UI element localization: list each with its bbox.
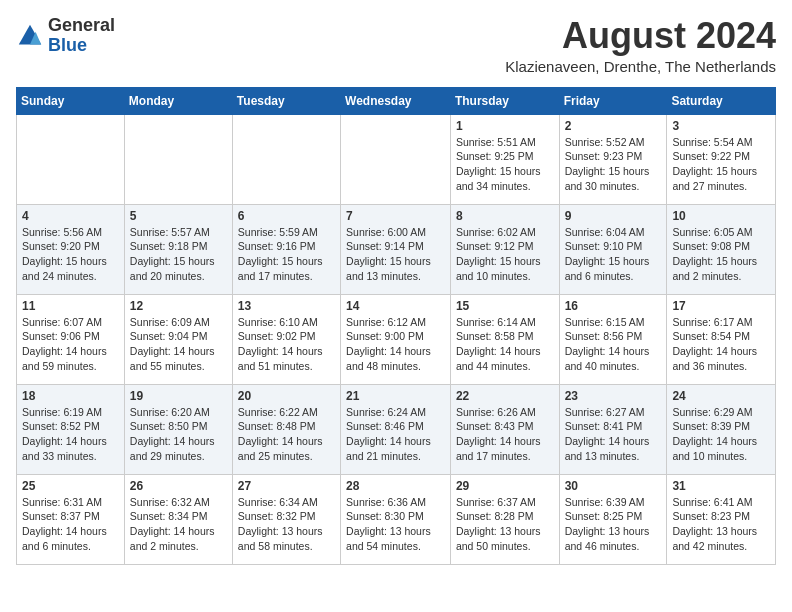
day-info: Sunrise: 6:34 AM Sunset: 8:32 PM Dayligh… [238,495,335,554]
calendar-cell: 10Sunrise: 6:05 AM Sunset: 9:08 PM Dayli… [667,204,776,294]
day-number: 28 [346,479,445,493]
calendar-cell: 24Sunrise: 6:29 AM Sunset: 8:39 PM Dayli… [667,384,776,474]
day-info: Sunrise: 6:20 AM Sunset: 8:50 PM Dayligh… [130,405,227,464]
calendar-cell: 4Sunrise: 5:56 AM Sunset: 9:20 PM Daylig… [17,204,125,294]
day-info: Sunrise: 5:59 AM Sunset: 9:16 PM Dayligh… [238,225,335,284]
calendar-cell: 27Sunrise: 6:34 AM Sunset: 8:32 PM Dayli… [232,474,340,564]
calendar-cell: 19Sunrise: 6:20 AM Sunset: 8:50 PM Dayli… [124,384,232,474]
logo: General Blue [16,16,115,56]
calendar-cell [232,114,340,204]
day-info: Sunrise: 5:52 AM Sunset: 9:23 PM Dayligh… [565,135,662,194]
day-number: 25 [22,479,119,493]
day-number: 15 [456,299,554,313]
calendar-cell: 20Sunrise: 6:22 AM Sunset: 8:48 PM Dayli… [232,384,340,474]
calendar-week-1: 1Sunrise: 5:51 AM Sunset: 9:25 PM Daylig… [17,114,776,204]
day-info: Sunrise: 6:12 AM Sunset: 9:00 PM Dayligh… [346,315,445,374]
calendar-cell: 6Sunrise: 5:59 AM Sunset: 9:16 PM Daylig… [232,204,340,294]
day-info: Sunrise: 6:37 AM Sunset: 8:28 PM Dayligh… [456,495,554,554]
day-info: Sunrise: 6:27 AM Sunset: 8:41 PM Dayligh… [565,405,662,464]
calendar-cell: 8Sunrise: 6:02 AM Sunset: 9:12 PM Daylig… [450,204,559,294]
page-header: General Blue August 2024 Klazienaveen, D… [16,16,776,75]
day-number: 17 [672,299,770,313]
day-info: Sunrise: 5:51 AM Sunset: 9:25 PM Dayligh… [456,135,554,194]
day-number: 21 [346,389,445,403]
day-number: 29 [456,479,554,493]
calendar-cell: 2Sunrise: 5:52 AM Sunset: 9:23 PM Daylig… [559,114,667,204]
day-info: Sunrise: 5:57 AM Sunset: 9:18 PM Dayligh… [130,225,227,284]
day-info: Sunrise: 5:56 AM Sunset: 9:20 PM Dayligh… [22,225,119,284]
calendar-table: SundayMondayTuesdayWednesdayThursdayFrid… [16,87,776,565]
weekday-header-wednesday: Wednesday [341,87,451,114]
day-number: 6 [238,209,335,223]
day-number: 1 [456,119,554,133]
weekday-header-monday: Monday [124,87,232,114]
calendar-cell: 22Sunrise: 6:26 AM Sunset: 8:43 PM Dayli… [450,384,559,474]
day-number: 14 [346,299,445,313]
day-number: 2 [565,119,662,133]
day-info: Sunrise: 6:14 AM Sunset: 8:58 PM Dayligh… [456,315,554,374]
weekday-header-saturday: Saturday [667,87,776,114]
calendar-week-5: 25Sunrise: 6:31 AM Sunset: 8:37 PM Dayli… [17,474,776,564]
calendar-cell: 5Sunrise: 5:57 AM Sunset: 9:18 PM Daylig… [124,204,232,294]
day-number: 9 [565,209,662,223]
day-info: Sunrise: 6:24 AM Sunset: 8:46 PM Dayligh… [346,405,445,464]
logo-text: General Blue [48,16,115,56]
calendar-cell: 23Sunrise: 6:27 AM Sunset: 8:41 PM Dayli… [559,384,667,474]
month-year: August 2024 [505,16,776,56]
calendar-week-4: 18Sunrise: 6:19 AM Sunset: 8:52 PM Dayli… [17,384,776,474]
calendar-cell: 25Sunrise: 6:31 AM Sunset: 8:37 PM Dayli… [17,474,125,564]
calendar-cell: 21Sunrise: 6:24 AM Sunset: 8:46 PM Dayli… [341,384,451,474]
day-number: 23 [565,389,662,403]
day-info: Sunrise: 6:09 AM Sunset: 9:04 PM Dayligh… [130,315,227,374]
calendar-cell: 12Sunrise: 6:09 AM Sunset: 9:04 PM Dayli… [124,294,232,384]
day-number: 4 [22,209,119,223]
day-info: Sunrise: 6:10 AM Sunset: 9:02 PM Dayligh… [238,315,335,374]
day-number: 18 [22,389,119,403]
calendar-cell: 14Sunrise: 6:12 AM Sunset: 9:00 PM Dayli… [341,294,451,384]
day-info: Sunrise: 6:05 AM Sunset: 9:08 PM Dayligh… [672,225,770,284]
day-number: 31 [672,479,770,493]
day-info: Sunrise: 6:29 AM Sunset: 8:39 PM Dayligh… [672,405,770,464]
day-info: Sunrise: 6:31 AM Sunset: 8:37 PM Dayligh… [22,495,119,554]
day-info: Sunrise: 6:02 AM Sunset: 9:12 PM Dayligh… [456,225,554,284]
day-number: 20 [238,389,335,403]
day-info: Sunrise: 6:15 AM Sunset: 8:56 PM Dayligh… [565,315,662,374]
calendar-cell: 28Sunrise: 6:36 AM Sunset: 8:30 PM Dayli… [341,474,451,564]
day-number: 16 [565,299,662,313]
calendar-cell: 16Sunrise: 6:15 AM Sunset: 8:56 PM Dayli… [559,294,667,384]
day-info: Sunrise: 6:41 AM Sunset: 8:23 PM Dayligh… [672,495,770,554]
logo-icon [16,22,44,50]
day-number: 30 [565,479,662,493]
calendar-cell: 17Sunrise: 6:17 AM Sunset: 8:54 PM Dayli… [667,294,776,384]
day-number: 3 [672,119,770,133]
day-info: Sunrise: 6:19 AM Sunset: 8:52 PM Dayligh… [22,405,119,464]
calendar-cell [17,114,125,204]
calendar-cell: 3Sunrise: 5:54 AM Sunset: 9:22 PM Daylig… [667,114,776,204]
day-number: 12 [130,299,227,313]
day-info: Sunrise: 6:22 AM Sunset: 8:48 PM Dayligh… [238,405,335,464]
calendar-cell: 13Sunrise: 6:10 AM Sunset: 9:02 PM Dayli… [232,294,340,384]
calendar-cell: 26Sunrise: 6:32 AM Sunset: 8:34 PM Dayli… [124,474,232,564]
day-info: Sunrise: 6:32 AM Sunset: 8:34 PM Dayligh… [130,495,227,554]
day-number: 5 [130,209,227,223]
day-number: 10 [672,209,770,223]
calendar-cell: 18Sunrise: 6:19 AM Sunset: 8:52 PM Dayli… [17,384,125,474]
calendar-cell: 31Sunrise: 6:41 AM Sunset: 8:23 PM Dayli… [667,474,776,564]
calendar-cell: 30Sunrise: 6:39 AM Sunset: 8:25 PM Dayli… [559,474,667,564]
logo-general: General [48,16,115,36]
calendar-cell: 1Sunrise: 5:51 AM Sunset: 9:25 PM Daylig… [450,114,559,204]
day-number: 24 [672,389,770,403]
day-info: Sunrise: 6:39 AM Sunset: 8:25 PM Dayligh… [565,495,662,554]
calendar-cell [124,114,232,204]
calendar-cell: 15Sunrise: 6:14 AM Sunset: 8:58 PM Dayli… [450,294,559,384]
day-info: Sunrise: 6:17 AM Sunset: 8:54 PM Dayligh… [672,315,770,374]
day-number: 11 [22,299,119,313]
weekday-header-thursday: Thursday [450,87,559,114]
day-info: Sunrise: 6:26 AM Sunset: 8:43 PM Dayligh… [456,405,554,464]
weekday-header-sunday: Sunday [17,87,125,114]
calendar-cell: 11Sunrise: 6:07 AM Sunset: 9:06 PM Dayli… [17,294,125,384]
day-number: 7 [346,209,445,223]
logo-blue: Blue [48,36,115,56]
calendar-cell: 9Sunrise: 6:04 AM Sunset: 9:10 PM Daylig… [559,204,667,294]
calendar-cell: 7Sunrise: 6:00 AM Sunset: 9:14 PM Daylig… [341,204,451,294]
